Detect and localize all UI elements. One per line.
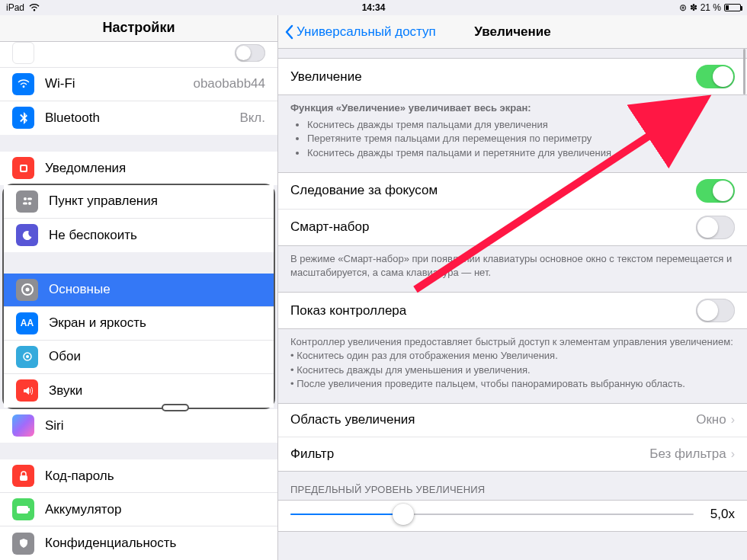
device-name: iPad xyxy=(6,2,24,13)
sidebar-item-display[interactable]: AA Экран и яркость xyxy=(4,307,274,341)
smart-typing-label: Смарт-набор xyxy=(290,219,696,235)
notifications-icon xyxy=(12,157,34,179)
follow-focus-label: Следование за фокусом xyxy=(290,183,696,198)
svg-rect-12 xyxy=(28,508,30,511)
orientation-lock-icon: ⊛ xyxy=(679,2,687,13)
svg-rect-3 xyxy=(27,198,32,200)
battery-icon xyxy=(724,4,741,11)
controller-note: Контроллер увеличения предоставляет быст… xyxy=(278,329,747,403)
battery-label: Аккумулятор xyxy=(45,502,265,517)
svg-rect-1 xyxy=(21,166,26,171)
wallpaper-icon xyxy=(16,346,38,368)
dnd-label: Не беспокоить xyxy=(49,228,261,243)
sidebar-item-control-center[interactable]: Пункт управления xyxy=(4,185,274,219)
svg-point-2 xyxy=(24,197,27,200)
settings-sidebar: Настройки Wi-Fi obaobabb44 xyxy=(0,15,278,560)
zoom-filter-row[interactable]: Фильтр Без фильтра › xyxy=(278,437,747,471)
svg-rect-5 xyxy=(23,203,27,205)
battery-percentage: 21 % xyxy=(701,2,721,13)
display-label: Экран и яркость xyxy=(49,315,261,331)
siri-label: Siri xyxy=(45,418,265,434)
display-icon: AA xyxy=(16,312,38,334)
sidebar-item-notifications[interactable]: Уведомления xyxy=(0,152,277,185)
highlight-annotation: Пункт управления Не беспокоить xyxy=(2,184,275,409)
privacy-label: Конфиденциальность xyxy=(45,536,265,551)
scrollbar[interactable] xyxy=(743,49,745,94)
svg-point-7 xyxy=(25,288,29,292)
airplane-toggle[interactable] xyxy=(235,44,265,62)
zoom-filter-value: Без фильтра xyxy=(649,446,726,462)
sidebar-item-passcode[interactable]: Код-пароль xyxy=(0,459,277,493)
bluetooth-value: Вкл. xyxy=(239,110,265,126)
control-center-label: Пункт управления xyxy=(49,194,261,209)
show-controller-label: Показ контроллера xyxy=(290,303,696,318)
wifi-label: Wi-Fi xyxy=(45,76,193,91)
status-bar: iPad 14:34 ⊛ ✽ 21 % xyxy=(0,0,747,15)
zoom-toggle-row[interactable]: Увеличение xyxy=(278,59,747,94)
smart-typing-note: В режиме «Смарт-набор» при появлении кла… xyxy=(278,246,747,292)
sidebar-item-wifi[interactable]: Wi-Fi obaobabb44 xyxy=(0,68,277,101)
gear-icon xyxy=(16,279,38,301)
show-controller-switch[interactable] xyxy=(696,299,735,322)
max-zoom-slider-row: 5,0x xyxy=(278,501,747,531)
passcode-icon xyxy=(12,465,34,487)
sidebar-item-general[interactable]: Основные xyxy=(4,274,274,307)
bluetooth-label: Bluetooth xyxy=(45,110,239,126)
general-label: Основные xyxy=(49,282,261,297)
sidebar-item-siri[interactable]: Siri xyxy=(0,409,277,443)
sidebar-item-bluetooth[interactable]: Bluetooth Вкл. xyxy=(0,101,277,135)
sidebar-item-airplane[interactable] xyxy=(0,42,277,68)
sounds-icon xyxy=(16,379,38,402)
zoom-region-label: Область увеличения xyxy=(290,412,696,427)
svg-rect-10 xyxy=(20,475,27,481)
notifications-label: Уведомления xyxy=(45,161,265,176)
screen: iPad 14:34 ⊛ ✽ 21 % Настройки xyxy=(0,0,747,560)
max-zoom-header: ПРЕДЕЛЬНЫЙ УРОВЕНЬ УВЕЛИЧЕНИЯ xyxy=(278,472,747,500)
chevron-right-icon: › xyxy=(731,447,735,461)
passcode-label: Код-пароль xyxy=(45,469,265,484)
zoom-switch[interactable] xyxy=(696,65,735,88)
privacy-icon xyxy=(12,533,34,555)
sidebar-item-dnd[interactable]: Не беспокоить xyxy=(4,219,274,252)
nav-title: Увеличение xyxy=(474,24,550,40)
battery-settings-icon xyxy=(12,498,34,520)
max-zoom-value: 5,0x xyxy=(704,507,735,522)
status-time: 14:34 xyxy=(362,2,386,13)
wifi-settings-icon xyxy=(12,73,34,95)
back-label: Универсальный доступ xyxy=(297,24,436,40)
siri-icon xyxy=(12,414,34,437)
wallpaper-label: Обои xyxy=(49,349,261,364)
svg-rect-11 xyxy=(17,506,28,514)
sidebar-item-wallpaper[interactable]: Обои xyxy=(4,341,274,374)
bluetooth-icon xyxy=(12,107,34,129)
sidebar-item-sounds[interactable]: Звуки xyxy=(4,374,274,408)
smart-typing-switch[interactable] xyxy=(696,216,735,239)
main-panel: Универсальный доступ Увеличение Увеличен… xyxy=(278,15,747,560)
zoom-region-value: Окно xyxy=(696,412,726,427)
sidebar-item-privacy[interactable]: Конфиденциальность xyxy=(0,526,277,560)
back-button[interactable]: Универсальный доступ xyxy=(278,24,436,40)
zoom-region-row[interactable]: Область увеличения Окно › xyxy=(278,404,747,437)
follow-focus-row[interactable]: Следование за фокусом xyxy=(278,173,747,210)
bluetooth-status-icon: ✽ xyxy=(690,2,697,13)
sounds-label: Звуки xyxy=(49,383,261,398)
svg-point-9 xyxy=(26,355,29,358)
max-zoom-slider[interactable] xyxy=(290,514,694,515)
zoom-filter-label: Фильтр xyxy=(290,446,649,462)
show-controller-row[interactable]: Показ контроллера xyxy=(278,293,747,328)
airplane-icon xyxy=(12,42,34,64)
nav-bar: Универсальный доступ Увеличение xyxy=(278,15,747,49)
chevron-left-icon xyxy=(284,24,293,40)
sidebar-title: Настройки xyxy=(0,15,277,42)
smart-typing-row[interactable]: Смарт-набор xyxy=(278,210,747,245)
chevron-right-icon: › xyxy=(731,413,735,427)
svg-point-4 xyxy=(28,202,31,205)
zoom-toggle-label: Увеличение xyxy=(290,69,696,85)
follow-focus-switch[interactable] xyxy=(696,179,735,203)
wifi-icon xyxy=(29,4,40,11)
wifi-value: obaobabb44 xyxy=(193,76,265,91)
slider-knob[interactable] xyxy=(393,504,414,525)
sidebar-item-battery[interactable]: Аккумулятор xyxy=(0,493,277,526)
dnd-icon xyxy=(16,224,38,246)
control-center-icon xyxy=(16,190,38,213)
